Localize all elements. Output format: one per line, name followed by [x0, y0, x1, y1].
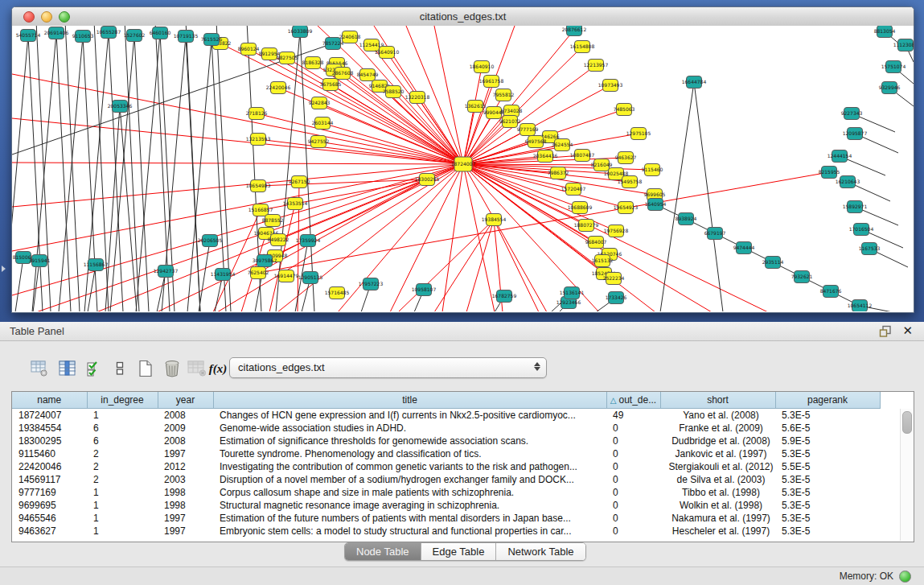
table-cell[interactable]: 0	[606, 525, 660, 538]
table-cell[interactable]: Tibbo et al. (1998)	[660, 486, 775, 499]
column-header-out-de-[interactable]: △out_de...	[606, 392, 660, 409]
select-columns-button[interactable]	[84, 357, 105, 380]
citation-edge-red[interactable]	[12, 163, 463, 164]
function-builder-button[interactable]: f(x)	[207, 357, 228, 380]
table-mode-button[interactable]	[29, 357, 50, 380]
table-cell[interactable]: 5.3E-5	[775, 486, 880, 499]
network-node[interactable]: 16961758	[479, 76, 504, 88]
citation-edge-red[interactable]	[248, 49, 463, 164]
network-node[interactable]: 10958107	[412, 284, 437, 296]
network-node[interactable]: 8938924	[676, 213, 697, 225]
network-node[interactable]: 1733426	[606, 292, 627, 304]
network-node[interactable]: 9427552	[308, 136, 330, 148]
table-cell[interactable]: 2	[87, 460, 158, 473]
table-select-combo[interactable]: citations_edges.txt	[229, 357, 547, 378]
float-window-icon[interactable]	[879, 325, 892, 338]
network-node[interactable]: 17957223	[359, 278, 384, 290]
network-node[interactable]: 16033809	[288, 26, 313, 38]
network-node[interactable]: 8215955	[819, 167, 840, 179]
citation-edge-black[interactable]	[65, 26, 80, 311]
table-cell[interactable]: Stergiakouli et al. (2012)	[660, 460, 775, 473]
network-node[interactable]: 9329946	[879, 82, 901, 94]
network-node[interactable]: 11156867	[84, 259, 109, 271]
network-node[interactable]: 9827505	[277, 52, 298, 64]
table-cell[interactable]: 0	[606, 447, 660, 460]
citation-edge-red[interactable]	[12, 164, 463, 295]
network-node[interactable]: 15716485	[325, 287, 350, 299]
table-cell[interactable]: 5.3E-5	[775, 473, 880, 486]
citation-edge-black[interactable]	[694, 82, 723, 311]
network-node[interactable]: 7625402	[248, 267, 269, 279]
network-node[interactable]: 20691406	[44, 27, 69, 39]
scrollbar-thumb[interactable]	[902, 411, 912, 434]
network-node[interactable]: 2718126	[246, 108, 268, 120]
citation-edge-black[interactable]	[88, 265, 96, 311]
table-row[interactable]: 946362711997Embryonic stem cells: a mode…	[12, 525, 880, 538]
network-node[interactable]: 8878552	[262, 215, 284, 227]
table-cell[interactable]: 9463627	[12, 525, 87, 538]
table-cell[interactable]: Investigating the contribution of common…	[213, 460, 606, 473]
network-node[interactable]: 12975105	[626, 128, 651, 140]
citation-edge-black[interactable]	[110, 35, 134, 311]
network-node[interactable]: 15892971	[843, 201, 868, 213]
network-node[interactable]: 9777169	[517, 124, 539, 136]
table-cell[interactable]: 2	[87, 447, 158, 460]
network-node[interactable]: 3624554	[552, 139, 573, 151]
table-cell[interactable]: Nakamura et al. (1997)	[660, 512, 775, 525]
table-cell[interactable]: 1997	[158, 512, 213, 525]
network-node[interactable]: 18640910	[470, 61, 495, 73]
network-node[interactable]: 9463627	[615, 152, 637, 164]
network-node[interactable]: 8186328	[302, 57, 324, 69]
network-node[interactable]: 8960124	[238, 43, 260, 56]
citation-edge-black[interactable]	[28, 35, 43, 311]
network-node[interactable]: 20876612	[562, 26, 587, 36]
network-node[interactable]: 14353554	[283, 198, 308, 210]
table-cell[interactable]: 5.9E-5	[775, 435, 880, 447]
network-node[interactable]: 7857224	[322, 38, 344, 50]
table-cell[interactable]: 1	[87, 512, 158, 525]
close-panel-icon[interactable]: ✕	[902, 323, 913, 338]
table-cell[interactable]: 1	[87, 499, 158, 512]
network-node[interactable]: 6679197	[704, 228, 726, 240]
new-column-button[interactable]	[135, 357, 156, 380]
network-node[interactable]: 10655287	[97, 27, 121, 39]
network-node[interactable]: 7615526	[201, 34, 223, 46]
citation-edge-red[interactable]	[463, 155, 582, 164]
table-cell[interactable]: Embryonic stem cells: a model to study s…	[213, 525, 606, 538]
network-node[interactable]: 16154808	[570, 41, 595, 53]
table-cell[interactable]: Structural magnetic resonance image aver…	[213, 499, 606, 512]
citation-edge-red[interactable]	[258, 179, 427, 186]
table-cell[interactable]: Estimation of significance thresholds fo…	[213, 435, 606, 447]
table-cell[interactable]: 9115460	[12, 447, 87, 460]
network-node[interactable]: 7955812	[493, 89, 515, 101]
network-node[interactable]: 15751074	[881, 61, 906, 73]
citation-edge-black[interactable]	[134, 35, 149, 311]
network-node[interactable]: 20206505	[198, 235, 223, 247]
network-node[interactable]: 1527602	[124, 30, 146, 42]
table-cell[interactable]: 2	[87, 473, 158, 486]
table-cell[interactable]: 22420046	[12, 460, 87, 473]
network-node[interactable]: 3675685	[320, 79, 342, 91]
network-node[interactable]: 9227343	[841, 108, 863, 120]
delete-table-button[interactable]	[187, 357, 207, 380]
table-cell[interactable]: 1998	[158, 486, 213, 499]
network-node[interactable]: 2935114	[762, 257, 784, 269]
table-cell[interactable]: 0	[606, 435, 660, 447]
citation-edge-red[interactable]	[442, 164, 463, 311]
vertical-scrollbar[interactable]	[900, 409, 913, 541]
table-row[interactable]: 1456911722003Disruption of a novel membe…	[12, 473, 880, 486]
table-cell[interactable]: 18724007	[12, 409, 87, 422]
table-cell[interactable]: 6	[87, 435, 158, 447]
network-canvas[interactable]: 1872400718300295193845547663822896012489…	[12, 26, 914, 311]
table-cell[interactable]: 0	[606, 422, 660, 435]
table-cell[interactable]: Franke et al. (2009)	[660, 422, 775, 435]
column-header-name[interactable]: name	[12, 392, 87, 409]
network-node[interactable]: 16644784	[682, 76, 707, 89]
table-cell[interactable]: 0	[606, 512, 660, 525]
citation-edge-black[interactable]	[56, 33, 71, 311]
table-cell[interactable]: 9465546	[12, 512, 87, 525]
network-node[interactable]: 6497568	[525, 136, 547, 148]
table-cell[interactable]: Corpus callosum shape and size in male p…	[213, 486, 606, 499]
table-cell[interactable]: 1997	[158, 525, 213, 538]
table-cell[interactable]: de Silva et al. (2003)	[660, 473, 775, 486]
